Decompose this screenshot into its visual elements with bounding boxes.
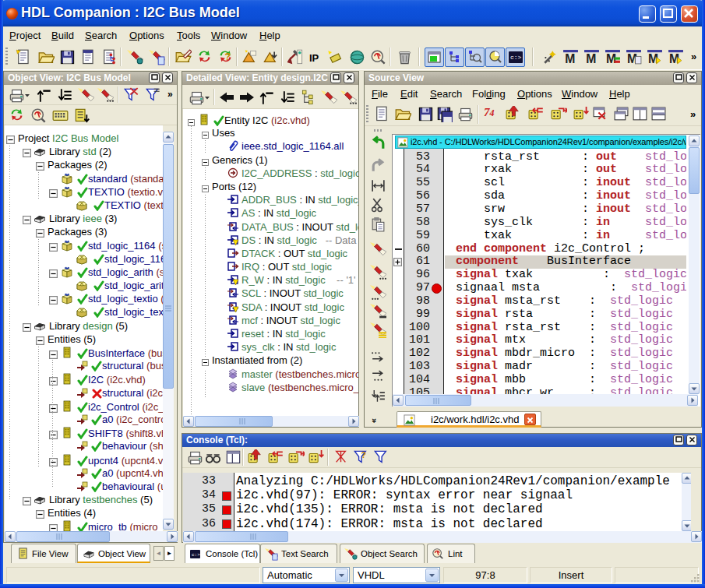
svg-text:M: M	[586, 52, 596, 65]
svg-text:M: M	[565, 52, 575, 65]
svg-text:c:>: c:>	[192, 552, 200, 558]
svg-text:?: ?	[361, 450, 366, 459]
svg-text:?: ?	[224, 51, 231, 62]
svg-text:c:>: c:>	[510, 54, 522, 61]
